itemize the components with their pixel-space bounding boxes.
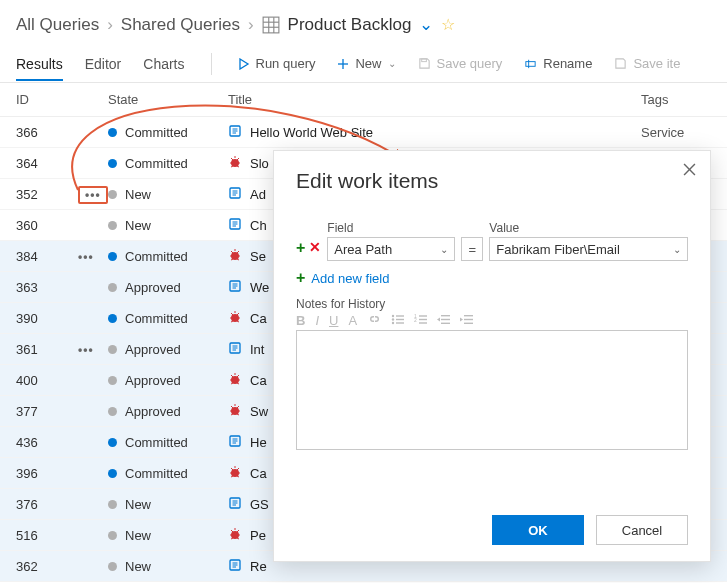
- state-dot-icon: [108, 376, 117, 385]
- cancel-button[interactable]: Cancel: [596, 515, 688, 545]
- cell-id: 396: [16, 466, 78, 481]
- svg-line-77: [237, 468, 239, 470]
- svg-line-92: [231, 538, 233, 539]
- cell-title[interactable]: Hello World Web Site: [228, 124, 641, 141]
- workitem-type-icon: [228, 527, 242, 544]
- value-label: Value: [489, 221, 688, 235]
- svg-rect-110: [419, 322, 427, 323]
- state-dot-icon: [108, 190, 117, 199]
- save-items-button[interactable]: Save ite: [614, 56, 680, 71]
- chevron-down-icon: ⌄: [440, 244, 448, 255]
- italic-icon[interactable]: I: [315, 313, 319, 328]
- svg-line-56: [231, 375, 233, 377]
- svg-line-61: [237, 383, 239, 384]
- cell-id: 516: [16, 528, 78, 543]
- workitem-type-icon: [228, 465, 242, 482]
- state-dot-icon: [108, 314, 117, 323]
- state-dot-icon: [108, 438, 117, 447]
- cell-id: 364: [16, 156, 78, 171]
- add-row-button[interactable]: +: [296, 239, 305, 257]
- cell-state: Committed: [108, 311, 228, 326]
- workitem-type-icon: [228, 279, 242, 296]
- remove-row-button[interactable]: ✕: [309, 239, 321, 257]
- cell-id: 384: [16, 249, 78, 264]
- svg-line-49: [237, 321, 239, 322]
- bold-icon[interactable]: B: [296, 313, 305, 328]
- svg-point-74: [231, 469, 239, 477]
- workitem-type-icon: [228, 372, 242, 389]
- rename-button[interactable]: Rename: [524, 56, 592, 71]
- workitem-type-icon: [228, 434, 242, 451]
- col-tags[interactable]: Tags: [641, 92, 711, 107]
- bullet-list-icon[interactable]: [391, 313, 404, 328]
- indent-icon[interactable]: [460, 313, 473, 328]
- tab-editor[interactable]: Editor: [85, 48, 122, 79]
- value-combo[interactable]: Fabrikam Fiber\Email ⌄: [489, 237, 688, 261]
- svg-line-21: [237, 166, 239, 167]
- cell-id: 436: [16, 435, 78, 450]
- save-items-label: Save ite: [633, 56, 680, 71]
- close-button[interactable]: [683, 163, 696, 179]
- svg-line-37: [237, 259, 239, 260]
- underline-icon[interactable]: U: [329, 313, 338, 328]
- col-title[interactable]: Title: [228, 92, 641, 107]
- cell-state: Approved: [108, 342, 228, 357]
- save-query-button[interactable]: Save query: [418, 56, 503, 71]
- context-menu-button[interactable]: •••: [78, 343, 94, 357]
- cell-id: 362: [16, 559, 78, 574]
- close-icon: [683, 163, 696, 176]
- tab-charts[interactable]: Charts: [143, 48, 184, 79]
- tabs-toolbar: Results Editor Charts Run query New ⌄ Sa…: [0, 45, 727, 83]
- context-menu-button[interactable]: •••: [78, 186, 108, 204]
- state-dot-icon: [108, 159, 117, 168]
- add-new-field-link[interactable]: + Add new field: [296, 269, 688, 287]
- breadcrumb: All Queries › Shared Queries › Product B…: [0, 0, 727, 45]
- svg-text:2: 2: [414, 317, 417, 323]
- state-dot-icon: [108, 128, 117, 137]
- link-icon[interactable]: [367, 313, 381, 328]
- cell-id: 361: [16, 342, 78, 357]
- numbered-list-icon[interactable]: 12: [414, 313, 427, 328]
- breadcrumb-leaf[interactable]: Product Backlog: [288, 15, 412, 35]
- cell-id: 363: [16, 280, 78, 295]
- state-dot-icon: [108, 531, 117, 540]
- ok-button[interactable]: OK: [492, 515, 584, 545]
- workitem-type-icon: [228, 496, 242, 513]
- run-query-button[interactable]: Run query: [238, 56, 316, 71]
- field-assignment-row: + ✕ Field Area Path ⌄ = Value Fabrikam F…: [296, 221, 688, 261]
- tab-results[interactable]: Results: [16, 48, 63, 81]
- outdent-icon[interactable]: [437, 313, 450, 328]
- font-color-icon[interactable]: A: [348, 313, 357, 328]
- svg-point-86: [231, 531, 239, 539]
- separator: [211, 53, 212, 75]
- svg-line-69: [237, 414, 239, 415]
- table-row[interactable]: 366CommittedHello World Web SiteService: [0, 117, 727, 148]
- workitem-type-icon: [228, 155, 242, 172]
- svg-point-102: [392, 318, 394, 320]
- chevron-down-icon[interactable]: ⌄: [419, 14, 433, 35]
- rte-toolbar: B I U A 12: [296, 313, 688, 328]
- chevron-down-icon: ⌄: [388, 58, 396, 69]
- cell-id: 390: [16, 311, 78, 326]
- new-button[interactable]: New ⌄: [337, 56, 395, 71]
- breadcrumb-root[interactable]: All Queries: [16, 15, 99, 35]
- col-id[interactable]: ID: [16, 92, 78, 107]
- context-menu-button[interactable]: •••: [78, 250, 94, 264]
- cell-state: New: [108, 559, 228, 574]
- notes-textarea[interactable]: [296, 330, 688, 450]
- favorite-star-icon[interactable]: ☆: [441, 15, 455, 34]
- operator-box[interactable]: =: [461, 237, 483, 261]
- svg-rect-116: [464, 323, 473, 324]
- column-headers: ID State Title Tags: [0, 83, 727, 117]
- state-dot-icon: [108, 407, 117, 416]
- plus-icon: +: [296, 269, 305, 287]
- col-state[interactable]: State: [108, 92, 228, 107]
- svg-line-60: [231, 383, 233, 384]
- breadcrumb-shared[interactable]: Shared Queries: [121, 15, 240, 35]
- field-combo[interactable]: Area Path ⌄: [327, 237, 455, 261]
- workitem-type-icon: [228, 558, 242, 575]
- cell-state: New: [108, 528, 228, 543]
- cell-id: 360: [16, 218, 78, 233]
- cell-state: New: [108, 218, 228, 233]
- value-combo-value: Fabrikam Fiber\Email: [496, 242, 620, 257]
